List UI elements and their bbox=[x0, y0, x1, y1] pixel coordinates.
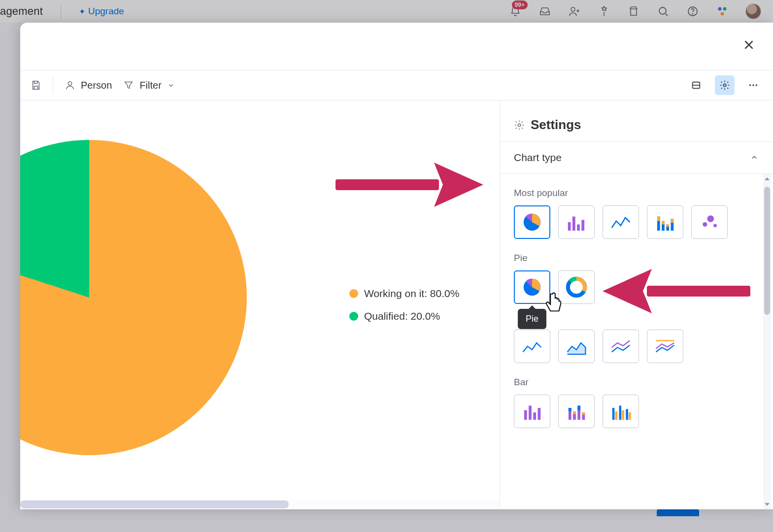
svg-rect-39 bbox=[533, 412, 536, 420]
svg-rect-26 bbox=[666, 225, 669, 227]
chart-preview: Working on it: 80.0% Qualified: 20.0% bbox=[20, 100, 500, 509]
svg-point-29 bbox=[703, 222, 707, 227]
toolbar-divider bbox=[53, 76, 53, 94]
svg-rect-18 bbox=[572, 217, 575, 231]
svg-point-30 bbox=[707, 215, 714, 222]
chart-type-bar-basic[interactable] bbox=[514, 395, 550, 428]
scrollbar-thumb[interactable] bbox=[20, 500, 289, 508]
svg-rect-40 bbox=[538, 408, 541, 420]
svg-rect-20 bbox=[581, 220, 584, 231]
scrollbar-thumb[interactable] bbox=[764, 187, 770, 315]
svg-marker-14 bbox=[434, 163, 483, 207]
svg-point-10 bbox=[749, 84, 751, 86]
svg-rect-37 bbox=[524, 410, 527, 420]
svg-rect-17 bbox=[568, 222, 571, 231]
svg-rect-51 bbox=[619, 406, 622, 420]
filter-button[interactable]: Filter bbox=[123, 79, 175, 91]
close-button[interactable] bbox=[740, 36, 757, 53]
more-options-button[interactable] bbox=[743, 75, 763, 95]
svg-rect-28 bbox=[671, 219, 674, 223]
vertical-scrollbar[interactable] bbox=[763, 174, 771, 509]
svg-rect-46 bbox=[577, 406, 580, 410]
chart-type-bar[interactable] bbox=[558, 205, 595, 239]
chart-type-line-multi[interactable] bbox=[603, 330, 639, 363]
svg-rect-49 bbox=[612, 408, 615, 420]
legend-swatch bbox=[349, 312, 358, 321]
chart-type-bubble[interactable] bbox=[691, 205, 728, 239]
legend-item: Qualified: 20.0% bbox=[349, 310, 459, 322]
chart-type-line-area[interactable] bbox=[558, 330, 595, 363]
scrollbar-down-arrow-icon[interactable] bbox=[764, 501, 770, 507]
person-button[interactable]: Person bbox=[64, 79, 112, 91]
chart-type-pie[interactable] bbox=[514, 205, 550, 239]
annotation-arrow bbox=[336, 145, 483, 224]
gear-icon bbox=[514, 120, 525, 131]
chart-type-line[interactable] bbox=[603, 205, 639, 239]
svg-rect-22 bbox=[657, 217, 660, 221]
settings-scroll-area: Most popular bbox=[500, 174, 773, 509]
split-view-button[interactable] bbox=[686, 75, 706, 95]
settings-toggle-button[interactable] bbox=[715, 75, 735, 95]
annotation-arrow bbox=[603, 257, 750, 326]
chart-editor-modal: Person Filter bbox=[20, 23, 773, 509]
svg-rect-38 bbox=[529, 406, 532, 420]
modal-header bbox=[20, 23, 773, 70]
legend-item: Working on it: 80.0% bbox=[349, 288, 459, 299]
group-bar: Bar bbox=[514, 377, 759, 388]
horizontal-scrollbar[interactable] bbox=[20, 499, 500, 509]
group-most-popular: Most popular bbox=[514, 188, 759, 199]
svg-point-9 bbox=[723, 84, 726, 87]
chart-type-bar-grouped[interactable] bbox=[603, 395, 639, 428]
cursor-pointer-icon bbox=[539, 292, 549, 304]
svg-rect-53 bbox=[626, 409, 628, 420]
svg-rect-19 bbox=[577, 225, 580, 231]
chart-type-label: Chart type bbox=[514, 152, 562, 164]
person-label: Person bbox=[81, 80, 112, 91]
chart-type-pie-solid[interactable]: Pie bbox=[514, 270, 550, 304]
svg-marker-35 bbox=[603, 269, 652, 313]
filter-label: Filter bbox=[139, 80, 161, 91]
modal-toolbar: Person Filter bbox=[20, 70, 773, 100]
scrollbar-up-arrow-icon[interactable] bbox=[764, 176, 770, 182]
svg-rect-44 bbox=[573, 411, 576, 414]
svg-rect-13 bbox=[336, 179, 439, 190]
settings-panel: Settings Chart type Most popular bbox=[500, 100, 773, 509]
chart-type-stacked-bar[interactable] bbox=[647, 205, 683, 239]
svg-point-12 bbox=[756, 84, 757, 86]
legend-swatch bbox=[349, 289, 358, 298]
svg-rect-34 bbox=[647, 286, 750, 297]
chart-legend: Working on it: 80.0% Qualified: 20.0% bbox=[349, 288, 459, 322]
svg-rect-54 bbox=[629, 412, 631, 420]
filter-icon bbox=[123, 79, 134, 91]
chart-type-line-basic[interactable] bbox=[514, 330, 550, 363]
pie-chart bbox=[20, 140, 247, 455]
svg-point-31 bbox=[713, 224, 717, 227]
settings-title-text: Settings bbox=[531, 117, 581, 133]
legend-label: Qualified: 20.0% bbox=[364, 310, 440, 322]
svg-rect-50 bbox=[615, 411, 618, 420]
svg-point-15 bbox=[518, 124, 521, 127]
svg-rect-42 bbox=[569, 408, 571, 411]
person-icon bbox=[64, 79, 76, 91]
svg-rect-52 bbox=[622, 410, 624, 420]
svg-point-7 bbox=[68, 82, 71, 85]
chart-type-section-header[interactable]: Chart type bbox=[500, 141, 773, 174]
svg-point-11 bbox=[752, 84, 754, 86]
settings-title: Settings bbox=[500, 100, 773, 141]
chart-type-bar-stacked[interactable] bbox=[558, 395, 595, 428]
chevron-down-icon bbox=[167, 81, 175, 90]
chart-type-line-compare[interactable] bbox=[647, 330, 683, 363]
chevron-up-icon bbox=[749, 153, 759, 163]
legend-label: Working on it: 80.0% bbox=[364, 288, 459, 299]
save-icon[interactable] bbox=[30, 79, 42, 91]
svg-rect-24 bbox=[662, 221, 665, 225]
svg-rect-48 bbox=[582, 412, 585, 415]
